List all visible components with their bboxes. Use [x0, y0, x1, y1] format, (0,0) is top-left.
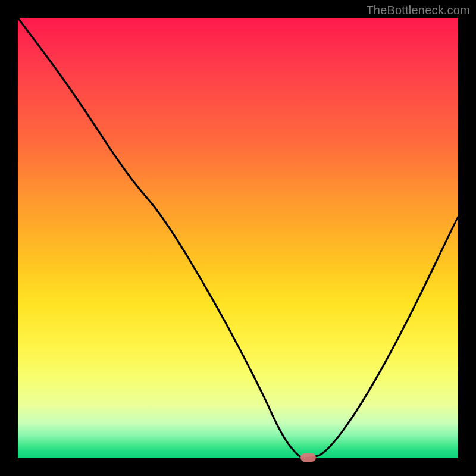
bottleneck-curve: [18, 18, 458, 458]
plot-area: [18, 18, 458, 458]
optimum-marker: [300, 453, 316, 462]
chart-frame: TheBottleneck.com: [0, 0, 476, 476]
watermark-text: TheBottleneck.com: [366, 4, 470, 17]
curve-layer: [18, 18, 458, 458]
